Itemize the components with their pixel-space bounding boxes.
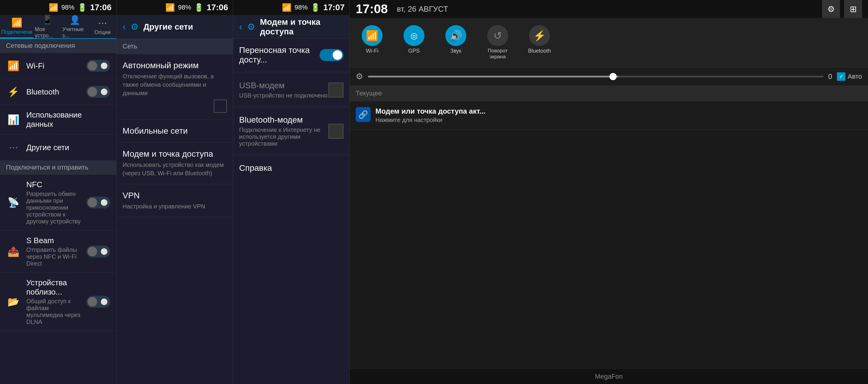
sbeam-icon: 📤 (6, 244, 21, 259)
grid-button[interactable]: ⊞ (844, 0, 862, 18)
item-portable-hotspot[interactable]: Переносная точка досту... (233, 39, 349, 71)
item-help[interactable]: Справка (233, 157, 349, 179)
status-bar-1: 📶 98% 🔋 17:06 (0, 0, 116, 15)
panel3-title: Модем и точка доступа (260, 17, 343, 36)
tab-connections-label: Подключени (1, 29, 32, 35)
other-networks-icon: ⋯ (6, 140, 21, 155)
tab-options-label: Опции (94, 29, 111, 36)
bluetooth-toggle-knob (88, 87, 97, 97)
signal-icon-2: 📶 (165, 3, 175, 12)
battery-icon-2: 🔋 (194, 3, 204, 12)
bluetooth-toggle[interactable]: ⚪ (86, 86, 110, 98)
nearby-toggle-icon: ⚪ (100, 298, 108, 305)
quick-toggle-bluetooth[interactable]: ⚡ Bluetooth (520, 23, 559, 62)
bt-modem-subtitle: Подключение к Интернету не используется … (239, 126, 329, 147)
item-other-networks[interactable]: ⋯ Другие сети (0, 135, 116, 160)
brightness-row: ⚙ 0 ✓ Авто (350, 67, 868, 86)
bt-modem-checkbox[interactable] (329, 124, 343, 139)
nearby-text: Устройства поблизо... Общий доступ к фай… (26, 278, 86, 325)
signal-icon-3: 📶 (282, 3, 291, 12)
quick-toggle-gps[interactable]: ◎ GPS (395, 23, 433, 62)
bt-modem-text: Bluetooth-модем Подключение к Интернету … (239, 115, 329, 147)
panel-connections: 📶 98% 🔋 17:06 📶 Подключени 📱 Мое устро..… (0, 0, 117, 384)
item-mobile[interactable]: Мобильные сети (117, 120, 233, 143)
tab-accounts[interactable]: 👤 Учетные з... (61, 15, 89, 38)
bluetooth-icon: ⚡ (6, 84, 21, 99)
quick-gps-icon: ◎ (404, 25, 425, 46)
notif-body: Нажмите для настройки (375, 117, 862, 123)
item-data-usage[interactable]: 📊 Использование данных (0, 105, 116, 135)
tab-connections[interactable]: 📶 Подключени (0, 15, 33, 38)
usb-checkbox[interactable] (329, 83, 343, 97)
back-button-2[interactable]: ‹ (123, 21, 126, 32)
item-tethering[interactable]: Модем и точка доступа Использовать устро… (117, 143, 233, 184)
notif-title: Модем или точка доступа акт... (375, 107, 862, 115)
nearby-title: Устройства поблизо... (26, 278, 86, 297)
wifi-toggle-icon: ⚪ (100, 62, 108, 69)
tab-mydevice[interactable]: 📱 Мое устро... (33, 15, 61, 38)
item-bluetooth[interactable]: ⚡ Bluetooth ⚪ (0, 79, 116, 105)
hotspot-title: Переносная точка досту... (239, 46, 319, 65)
item-nearby[interactable]: 📂 Устройства поблизо... Общий доступ к ф… (0, 273, 116, 331)
mobile-title: Мобильные сети (123, 126, 227, 136)
wifi-text: Wi-Fi (26, 61, 86, 70)
section-network-2-label: Сеть (123, 42, 137, 50)
section-network-label: Сетевые подключения (6, 42, 75, 49)
battery-icon-1: 🔋 (78, 3, 87, 12)
nfc-toggle[interactable]: ⚪ (86, 197, 110, 208)
tab-mydevice-label: Мое устро... (35, 26, 60, 39)
signal-icon-1: 📶 (49, 3, 58, 12)
offline-subtitle: Отключение функций вызовов, а также обме… (123, 72, 227, 97)
options-icon: ⋯ (98, 18, 107, 28)
accounts-icon: 👤 (69, 14, 81, 25)
auto-brightness-check[interactable]: ✓ Авто (837, 72, 862, 81)
nearby-toggle-knob (88, 297, 97, 306)
status-bar-4: 17:08 вт, 26 АВГУСТ ⚙ ⊞ (350, 0, 868, 18)
hotspot-toggle[interactable] (319, 49, 343, 61)
settings-button[interactable]: ⚙ (822, 0, 840, 18)
sbeam-toggle-icon: ⚪ (100, 248, 108, 255)
sbeam-toggle[interactable]: ⚪ (86, 245, 110, 258)
quick-toggle-wifi[interactable]: 📶 Wi-Fi (353, 23, 392, 62)
time-1: 17:06 (90, 3, 112, 12)
auto-label: Авто (848, 73, 862, 81)
nearby-subtitle: Общий доступ к файлам мультимедиа через … (26, 298, 86, 325)
battery-2: 98% (178, 4, 191, 11)
notification-tethering[interactable]: 🔗 Модем или точка доступа акт... Нажмите… (350, 101, 868, 130)
vpn-subtitle: Настройка и управление VPN (123, 202, 227, 210)
auto-check-box: ✓ (837, 72, 845, 81)
bluetooth-title: Bluetooth (26, 87, 86, 97)
nearby-toggle[interactable]: ⚪ (86, 296, 110, 308)
current-section-header: Текущее (350, 86, 868, 101)
item-wifi[interactable]: 📶 Wi-Fi ⚪ (0, 53, 116, 79)
quick-bluetooth-icon: ⚡ (529, 25, 550, 46)
item-sbeam[interactable]: 📤 S Beam Отправить файлы через NFC и Wi-… (0, 231, 116, 273)
item-nfc[interactable]: 📡 NFC Разрешить обмен данными при прикос… (0, 175, 116, 231)
item-vpn[interactable]: VPN Настройка и управление VPN (117, 184, 233, 217)
panel3-header: ‹ ⚙ Модем и точка доступа (233, 15, 349, 39)
brightness-knob (610, 73, 617, 80)
item-bt-modem[interactable]: Bluetooth-модем Подключение к Интернету … (233, 109, 349, 154)
wifi-toggle[interactable]: ⚪ (86, 60, 110, 72)
wifi-icon: 📶 (6, 58, 21, 73)
quick-sound-label: Звук (451, 48, 462, 54)
nfc-title: NFC (26, 180, 86, 189)
back-button-3[interactable]: ‹ (239, 21, 242, 32)
nfc-icon: 📡 (6, 195, 21, 210)
quick-toggle-rotate[interactable]: ↺ Поворот экрана (478, 23, 517, 62)
brightness-fill (368, 76, 618, 78)
quick-wifi-label: Wi-Fi (366, 48, 378, 54)
brightness-slider[interactable] (368, 76, 824, 78)
provider-label: MegaFon (595, 373, 623, 380)
tab-options[interactable]: ⋯ Опции (89, 15, 116, 38)
quick-toggle-sound[interactable]: 🔊 Звук (436, 23, 475, 62)
item-offline[interactable]: Автономный режим Отключение функций вызо… (117, 54, 233, 120)
nfc-subtitle: Разрешить обмен данными при прикосновени… (26, 190, 86, 225)
sbeam-text: S Beam Отправить файлы через NFC и Wi-Fi… (26, 236, 86, 267)
sbeam-subtitle: Отправить файлы через NFC и Wi-Fi Direct (26, 246, 86, 267)
battery-icon-3: 🔋 (311, 3, 320, 12)
nfc-toggle-knob (88, 198, 97, 207)
item-usb-modem[interactable]: USB-модем USB-устройство не подключено (233, 74, 349, 106)
settings-gear-icon: ⚙ (827, 4, 835, 14)
brightness-settings-icon[interactable]: ⚙ (356, 71, 363, 81)
